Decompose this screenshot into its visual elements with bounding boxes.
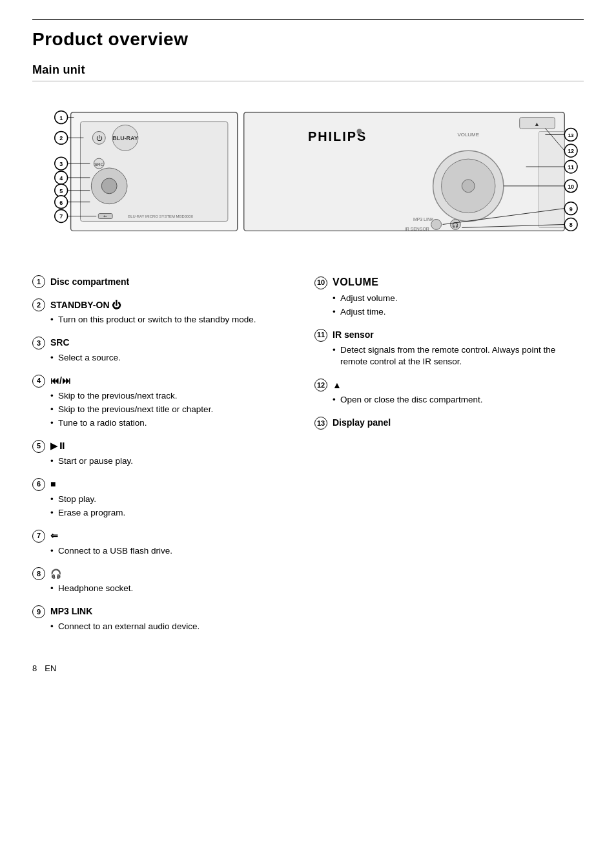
svg-text:4: 4: [59, 175, 63, 182]
bullet-item: Adjust volume.: [333, 293, 584, 305]
item-label: STANDBY-ON ⏻: [50, 299, 121, 312]
bullet-item: Start or pause play.: [50, 455, 302, 468]
list-item: 7⇐Connect to a USB flash drive.: [32, 530, 302, 558]
bullet-item: Stop play.: [50, 494, 302, 506]
item-bullets: Connect to an external audio device.: [50, 621, 302, 633]
svg-text:⏻: ⏻: [96, 136, 103, 142]
list-item: 12▲Open or close the disc compartment.: [314, 379, 584, 406]
svg-text:10: 10: [568, 183, 574, 190]
item-label: SRC: [50, 337, 70, 349]
list-item: 1Disc compartment: [32, 275, 302, 288]
list-item: 13Display panel: [314, 417, 584, 430]
item-bullets: Select a source.: [50, 352, 302, 364]
svg-text:6: 6: [59, 200, 63, 206]
item-label: ▶⏸: [50, 440, 67, 453]
item-label: ▲: [333, 379, 342, 392]
svg-text:13: 13: [568, 133, 574, 139]
item-bullets: Open or close the disc compartment.: [333, 394, 584, 406]
list-item: 5▶⏸Start or pause play.: [32, 440, 302, 468]
page-number: 8: [32, 663, 37, 674]
item-number: 10: [314, 276, 327, 289]
svg-text:1: 1: [59, 115, 63, 121]
bullet-item: Turn on this product or switch to the st…: [50, 314, 302, 326]
item-number: 9: [32, 605, 45, 618]
device-illustration: BLU-RAY ⏻ SRC ⇐ BLU-RAY MICRO SYSTEM MBD…: [32, 89, 584, 257]
bullet-item: Headphone socket.: [50, 583, 302, 595]
list-item: 9MP3 LINKConnect to an external audio de…: [32, 605, 302, 633]
item-number: 11: [314, 329, 327, 342]
svg-text:3: 3: [59, 161, 63, 167]
list-item: 2STANDBY-ON ⏻Turn on this product or swi…: [32, 298, 302, 326]
list-item: 4⏮/⏭Skip to the previous/next track.Skip…: [32, 375, 302, 430]
svg-text:MP3 LINK: MP3 LINK: [413, 218, 434, 222]
list-item: 11IR sensorDetect signals from the remot…: [314, 329, 584, 369]
svg-text:11: 11: [568, 164, 574, 171]
svg-text:SRC: SRC: [94, 162, 104, 167]
item-label: VOLUME: [333, 275, 378, 289]
item-number: 8: [32, 567, 45, 580]
svg-text:2: 2: [59, 136, 63, 142]
item-label: 🎧: [50, 568, 61, 581]
svg-text:5: 5: [59, 188, 63, 194]
item-number: 5: [32, 440, 45, 453]
item-bullets: Detect signals from the remote control. …: [333, 344, 584, 369]
svg-rect-13: [244, 112, 565, 231]
item-bullets: Connect to a USB flash drive.: [50, 545, 302, 558]
item-label: MP3 LINK: [50, 605, 92, 618]
item-bullets: Turn on this product or switch to the st…: [50, 314, 302, 326]
item-bullets: Stop play.Erase a program.: [50, 494, 302, 519]
item-label: ⇐: [50, 530, 58, 543]
bullet-item: Tune to a radio station.: [50, 417, 302, 430]
svg-text:IR SENSOR: IR SENSOR: [405, 227, 429, 232]
section-title: Main unit: [32, 62, 584, 81]
item-label: IR sensor: [333, 329, 374, 342]
svg-text:9: 9: [570, 206, 573, 213]
page-lang: EN: [45, 663, 56, 674]
item-number: 7: [32, 530, 45, 543]
svg-point-24: [431, 220, 442, 230]
svg-text:▲: ▲: [534, 121, 540, 127]
item-bullets: Headphone socket.: [50, 583, 302, 595]
bullet-item: Connect to an external audio device.: [50, 621, 302, 633]
svg-point-18: [462, 180, 475, 193]
bullet-item: Skip to the previous/next title or chapt…: [50, 404, 302, 416]
left-column: 1Disc compartment2STANDBY-ON ⏻Turn on th…: [32, 275, 314, 643]
page-footer: 8 EN: [32, 663, 584, 674]
item-bullets: Adjust volume.Adjust time.: [333, 293, 584, 318]
bullet-item: Open or close the disc compartment.: [333, 394, 584, 406]
item-label: ⏮/⏭: [50, 375, 71, 388]
svg-text:BLU-RAY: BLU-RAY: [112, 136, 138, 142]
bullet-item: Skip to the previous/next track.: [50, 390, 302, 402]
item-number: 2: [32, 298, 45, 311]
svg-point-15: [356, 129, 362, 134]
bullet-item: Select a source.: [50, 352, 302, 364]
svg-point-9: [101, 178, 117, 194]
list-item: 6■Stop play.Erase a program.: [32, 478, 302, 519]
list-item: 10VOLUMEAdjust volume.Adjust time.: [314, 275, 584, 318]
item-number: 1: [32, 275, 45, 288]
list-item: 8🎧Headphone socket.: [32, 567, 302, 595]
item-label: ■: [50, 478, 56, 491]
svg-text:7: 7: [59, 214, 63, 220]
item-number: 4: [32, 375, 45, 388]
svg-text:BLU-RAY MICRO SYSTEM MBD3000: BLU-RAY MICRO SYSTEM MBD3000: [128, 215, 193, 219]
bullet-item: Erase a program.: [50, 507, 302, 519]
item-number: 6: [32, 478, 45, 491]
bullet-item: Detect signals from the remote control. …: [333, 344, 584, 369]
svg-text:12: 12: [568, 149, 574, 155]
item-bullets: Skip to the previous/next track.Skip to …: [50, 390, 302, 430]
right-column: 10VOLUMEAdjust volume.Adjust time.11IR s…: [314, 275, 584, 643]
item-label: Display panel: [333, 417, 391, 430]
item-number: 3: [32, 337, 45, 349]
svg-text:8: 8: [570, 222, 573, 229]
list-item: 3SRCSelect a source.: [32, 337, 302, 364]
bullet-item: Connect to a USB flash drive.: [50, 545, 302, 558]
svg-text:⇐: ⇐: [103, 214, 107, 219]
item-number: 13: [314, 417, 327, 430]
svg-text:VOLUME: VOLUME: [457, 132, 479, 138]
descriptions-container: 1Disc compartment2STANDBY-ON ⏻Turn on th…: [32, 275, 584, 643]
item-bullets: Start or pause play.: [50, 455, 302, 468]
item-label: Disc compartment: [50, 276, 129, 289]
bullet-item: Adjust time.: [333, 306, 584, 318]
item-number: 12: [314, 379, 327, 391]
